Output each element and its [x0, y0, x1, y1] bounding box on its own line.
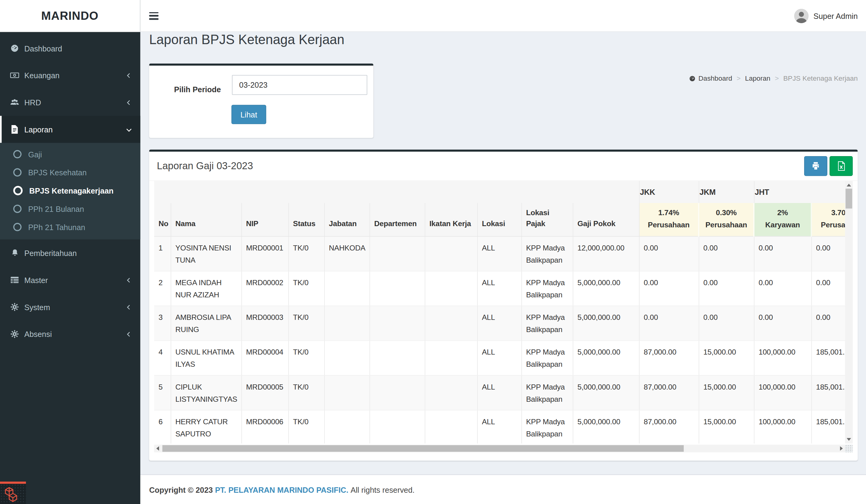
chevron-down-icon [125, 126, 132, 133]
col-jht-perusahaan-rate: 3.70%Perusahaan [811, 203, 845, 236]
sidebar-subitem-pph21-bulanan[interactable]: PPh 21 Bulanan [0, 200, 140, 218]
sidebar-item-pemberitahuan[interactable]: Pemberitahuan [0, 240, 140, 267]
table-cell: 100,000.00 [754, 375, 811, 410]
table-cell: 15,000.00 [699, 410, 754, 444]
table-cell: MEGA INDAH NUR AZIZAH [171, 271, 241, 306]
breadcrumb-dashboard[interactable]: Dashboard [688, 75, 732, 82]
sidebar-item-label: System [24, 302, 50, 311]
table-cell: KPP Madya Balikpapan [521, 375, 573, 410]
table-cell: 5,000,000.00 [573, 375, 639, 410]
sidebar-subitem-pph21-tahunan[interactable]: PPh 21 Tahunan [0, 218, 140, 236]
table-cell: 185,001. [811, 375, 845, 410]
table-cell: ALL [477, 236, 521, 271]
circle-icon [13, 150, 22, 158]
table-cell: 5,000,000.00 [573, 410, 639, 444]
column-header-row: No Nama NIP Status Jabatan Departemen Ik… [154, 203, 845, 236]
col-departemen: Departemen [370, 203, 425, 236]
report-table-region: JKK JKM JHT No Nama NIP Status Jabatan D… [154, 181, 853, 453]
table-cell: TK/0 [288, 306, 324, 340]
brand-logo[interactable]: MARINDO [0, 0, 140, 32]
sidebar-item-master[interactable]: Master [0, 266, 140, 294]
table-cell: AMBROSIA LIPA RUING [171, 306, 241, 340]
table-cell: HERRY CATUR SAPUTRO [171, 410, 241, 444]
table-scroll-area[interactable]: JKK JKM JHT No Nama NIP Status Jabatan D… [154, 181, 845, 444]
table-cell: KPP Madya Balikpapan [521, 410, 573, 444]
vertical-scroll-thumb[interactable] [846, 189, 852, 208]
sidebar-subitem-bpjs-ketenagakerjaan[interactable]: BPJS Ketenagakerjaan [0, 181, 140, 200]
table-cell: 15,000.00 [699, 340, 754, 375]
table-cell: 87,000.00 [639, 340, 699, 375]
sidebar-item-label: Absensi [24, 330, 52, 339]
table-cell [370, 340, 425, 375]
tachometer-icon [688, 75, 696, 82]
table-row: 3AMBROSIA LIPA RUINGMRD00003TK/0ALLKPP M… [154, 306, 845, 340]
table-cell: MRD00002 [241, 271, 288, 306]
period-input[interactable] [232, 75, 367, 95]
bell-icon [10, 248, 20, 258]
header-spacer [154, 181, 639, 203]
col-nip: NIP [241, 203, 288, 236]
table-cell: TK/0 [288, 340, 324, 375]
scroll-right-arrow[interactable] [840, 446, 843, 451]
company-link[interactable]: PT. PELAYARAN MARINDO PASIFIC. [215, 485, 348, 494]
excel-export-button[interactable] [830, 156, 853, 176]
chevron-left-icon [125, 99, 132, 106]
breadcrumb-laporan[interactable]: Laporan [745, 75, 770, 82]
sidebar-item-label: Laporan [24, 125, 53, 134]
table-cell: 0.00 [811, 236, 845, 271]
table-cell: 0.00 [754, 271, 811, 306]
sidebar-item-keuangan[interactable]: Keuangan [0, 62, 140, 89]
col-jabatan: Jabatan [324, 203, 370, 236]
table-cell [324, 340, 370, 375]
print-button[interactable] [804, 156, 827, 176]
table-cell: ALL [477, 410, 521, 444]
period-filter-card: Pilih Periode Lihat [149, 63, 373, 138]
laporan-submenu: Gaji BPJS Kesehatan BPJS Ketenagakerjaan… [0, 143, 140, 239]
user-menu[interactable]: Super Admin [794, 9, 858, 23]
table-cell: 0.00 [699, 236, 754, 271]
sidebar-item-label: Pemberitahuan [24, 249, 77, 257]
breadcrumb-current: BPJS Ketenaga Kerjaan [783, 75, 857, 82]
table-cell: MRD00001 [241, 236, 288, 271]
table-cell: ALL [477, 271, 521, 306]
table-cell: 6 [154, 410, 171, 444]
lihat-button[interactable]: Lihat [231, 105, 266, 124]
table-cell: ALL [477, 375, 521, 410]
table-cell: 0.00 [639, 271, 699, 306]
sidebar-subitem-bpjs-kesehatan[interactable]: BPJS Kesehatan [0, 163, 140, 182]
chevron-left-icon [125, 304, 132, 310]
table-cell: ALL [477, 340, 521, 375]
sidebar-item-laporan[interactable]: Laporan [0, 116, 140, 143]
scrollbar-corner [845, 445, 853, 452]
table-cell: 1 [154, 236, 171, 271]
scroll-up-arrow[interactable] [847, 184, 851, 186]
gear-icon [10, 302, 20, 312]
table-cell: 5,000,000.00 [573, 340, 639, 375]
table-cell: YOSINTA NENSI TUNA [171, 236, 241, 271]
sidebar-item-hrd[interactable]: HRD [0, 89, 140, 116]
table-cell [370, 306, 425, 340]
scroll-down-arrow[interactable] [847, 438, 851, 441]
sidebar-subitem-gaji[interactable]: Gaji [0, 145, 140, 163]
sidebar-item-dashboard[interactable]: Dashboard [0, 35, 140, 62]
table-cell: 3 [154, 306, 171, 340]
table-row: 2MEGA INDAH NUR AZIZAHMRD00002TK/0ALLKPP… [154, 271, 845, 306]
table-icon [10, 275, 20, 285]
sidebar-menu: Dashboard Keuangan HRD [0, 32, 140, 347]
sidebar-item-absensi[interactable]: Absensi [0, 320, 140, 347]
sidebar-toggle-button[interactable] [149, 12, 158, 20]
page-title: Laporan BPJS Ketenaga Kerjaan [149, 31, 857, 47]
table-cell: 0.00 [639, 236, 699, 271]
table-cell [425, 375, 477, 410]
table-cell: KPP Madya Balikpapan [521, 271, 573, 306]
horizontal-scrollbar[interactable] [154, 445, 845, 452]
sidebar-item-system[interactable]: System [0, 294, 140, 320]
file-excel-icon [836, 161, 846, 171]
printer-icon [811, 161, 821, 171]
vertical-scrollbar[interactable] [845, 181, 853, 444]
horizontal-scroll-thumb[interactable] [163, 445, 684, 452]
col-jkk-rate: 1.74%Perusahaan [639, 203, 699, 236]
col-status: Status [288, 203, 324, 236]
sidebar-subitem-label: Gaji [28, 150, 42, 159]
scroll-left-arrow[interactable] [156, 446, 159, 451]
